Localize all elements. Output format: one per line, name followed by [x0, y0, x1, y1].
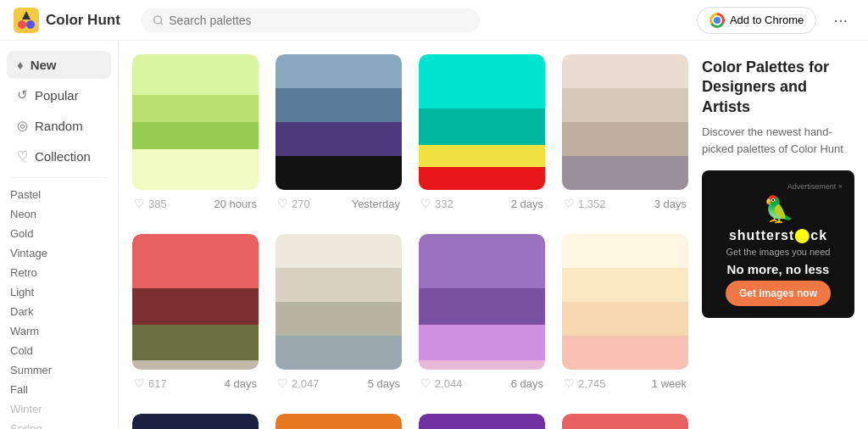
layout: ♦ New ↺ Popular ◎ Random ♡ Collection Pa… [0, 41, 868, 429]
heart-icon: ♡ [564, 376, 575, 390]
palette-card[interactable]: ♡ 270 Yesterday [275, 54, 402, 217]
palette-card[interactable]: ♡ 2,047 5 days [275, 234, 402, 397]
time-label: 3 days [654, 198, 687, 210]
like-button[interactable]: ♡ 2,044 [420, 376, 463, 390]
ad-brand: shutterst⬤ck [714, 227, 843, 243]
ad-sub: Get the images you need [714, 247, 843, 257]
ad-cta-button[interactable]: Get images now [726, 281, 831, 306]
like-count: 270 [292, 198, 310, 210]
palette-card[interactable] [132, 414, 259, 429]
like-count: 617 [148, 377, 167, 390]
like-count: 1,352 [578, 198, 606, 210]
sidebar-label-popular: Popular [35, 88, 79, 103]
like-count: 2,047 [292, 377, 320, 390]
diamond-icon: ♦ [17, 58, 24, 72]
popular-icon: ↺ [17, 87, 28, 103]
sidebar-item-collection[interactable]: ♡ Collection [7, 142, 111, 170]
like-button[interactable]: ♡ 385 [134, 197, 167, 210]
tag-cold[interactable]: Cold [0, 341, 118, 360]
like-button[interactable]: ♡ 2,047 [277, 376, 320, 390]
time-label: 6 days [511, 377, 543, 390]
like-button[interactable]: ♡ 1,352 [564, 197, 606, 210]
search-bar[interactable] [141, 8, 480, 32]
sidebar-item-popular[interactable]: ↺ Popular [7, 81, 111, 109]
palette-meta: ♡ 385 20 hours [132, 190, 259, 217]
tag-fall[interactable]: Fall [0, 380, 118, 399]
header-right: Add to Chrome ··· [697, 7, 854, 34]
header: Color Hunt Add to Chrome ··· [0, 0, 868, 41]
palettes-grid: ♡ 385 20 hours ♡ [132, 54, 688, 429]
right-panel: Color Palettes for Designers and Artists… [702, 54, 854, 429]
time-label: 1 week [652, 377, 687, 390]
palette-card[interactable] [275, 414, 402, 429]
svg-point-4 [154, 16, 162, 24]
tag-summer[interactable]: Summer [0, 360, 118, 380]
tag-neon[interactable]: Neon [0, 204, 118, 224]
palette-card[interactable]: ♡ 385 20 hours [132, 54, 259, 217]
palette-card[interactable]: ♡ 1,352 3 days [562, 54, 688, 217]
palette-card[interactable] [562, 414, 688, 429]
like-button[interactable]: ♡ 2,745 [564, 376, 606, 390]
palette-card[interactable]: ♡ 332 2 days [419, 54, 545, 217]
palette-card[interactable]: ♡ 2,745 1 week [562, 234, 688, 397]
main-content: ♡ 385 20 hours ♡ [119, 41, 868, 429]
palette-meta: ♡ 332 2 days [419, 190, 545, 217]
sidebar-label-new: New [31, 58, 57, 72]
palette-meta: ♡ 2,047 5 days [275, 370, 402, 397]
tag-vintage[interactable]: Vintage [0, 243, 118, 263]
tag-dark[interactable]: Dark [0, 302, 118, 321]
like-button[interactable]: ♡ 617 [134, 376, 167, 390]
heart-outline-icon: ♡ [17, 148, 28, 164]
ad-box: Advertisement × 🦜 shutterst⬤ck Get the i… [702, 170, 854, 318]
palette-meta: ♡ 270 Yesterday [275, 190, 402, 217]
time-label: 2 days [511, 198, 543, 210]
tag-gold[interactable]: Gold [0, 224, 118, 243]
search-icon [153, 14, 164, 26]
heart-icon: ♡ [564, 197, 575, 210]
like-count: 332 [435, 198, 453, 210]
heart-icon: ♡ [420, 376, 431, 390]
time-label: 5 days [368, 377, 400, 390]
promo-desc: Discover the newest hand-picked palettes… [702, 124, 854, 157]
heart-icon: ♡ [134, 376, 145, 390]
sidebar-divider [10, 177, 108, 178]
sidebar-label-collection: Collection [35, 149, 91, 164]
tag-pastel[interactable]: Pastel [0, 185, 118, 204]
tag-retro[interactable]: Retro [0, 263, 118, 282]
tag-spring[interactable]: Spring [0, 419, 118, 429]
like-count: 2,044 [435, 377, 463, 390]
palette-meta: ♡ 1,352 3 days [562, 190, 688, 217]
svg-line-5 [160, 22, 162, 24]
palettes-area: ♡ 385 20 hours ♡ [132, 54, 688, 429]
heart-icon: ♡ [134, 197, 145, 210]
like-button[interactable]: ♡ 332 [420, 197, 453, 210]
svg-point-3 [26, 20, 35, 29]
tag-warm[interactable]: Warm [0, 321, 118, 341]
add-chrome-label: Add to Chrome [730, 14, 804, 26]
sidebar-item-random[interactable]: ◎ Random [7, 111, 111, 140]
like-button[interactable]: ♡ 270 [277, 197, 310, 210]
logo-icon [14, 8, 39, 33]
time-label: Yesterday [352, 198, 400, 210]
ad-label: Advertisement × [714, 182, 843, 191]
add-to-chrome-button[interactable]: Add to Chrome [697, 7, 816, 34]
palette-meta: ♡ 617 4 days [132, 370, 259, 397]
tag-list: Pastel Neon Gold Vintage Retro Light Dar… [0, 185, 118, 429]
like-count: 385 [148, 198, 167, 210]
sidebar: ♦ New ↺ Popular ◎ Random ♡ Collection Pa… [0, 41, 119, 429]
sidebar-nav: ♦ New ↺ Popular ◎ Random ♡ Collection [0, 51, 118, 170]
sidebar-item-new[interactable]: ♦ New [7, 51, 111, 79]
heart-icon: ♡ [420, 197, 431, 210]
time-label: 20 hours [214, 198, 257, 210]
heart-icon: ♡ [277, 376, 288, 390]
palette-card[interactable]: ♡ 2,044 6 days [419, 234, 545, 397]
search-input[interactable] [169, 14, 468, 27]
logo[interactable]: Color Hunt [14, 8, 124, 33]
tag-light[interactable]: Light [0, 282, 118, 302]
heart-icon: ♡ [277, 197, 288, 210]
random-icon: ◎ [17, 118, 28, 133]
palette-card[interactable]: ♡ 617 4 days [132, 234, 259, 397]
palette-card[interactable] [419, 414, 545, 429]
tag-winter[interactable]: Winter [0, 399, 118, 419]
more-options-button[interactable]: ··· [826, 7, 854, 33]
